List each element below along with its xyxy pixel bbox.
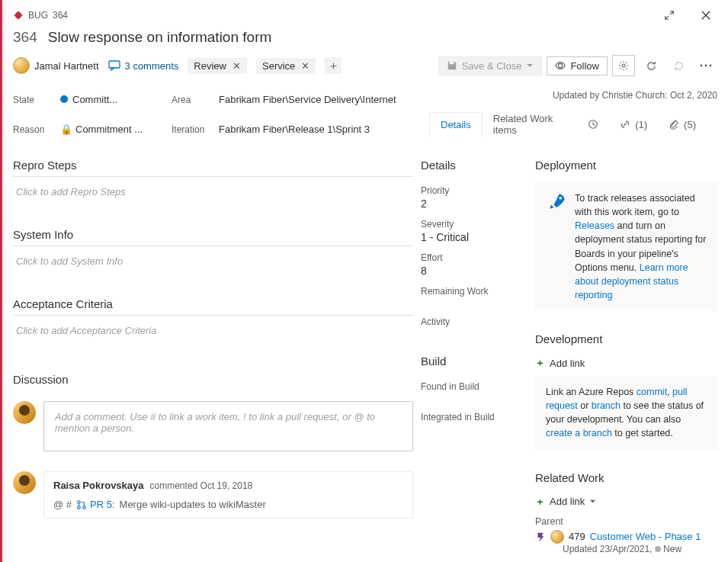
- svg-point-12: [83, 506, 86, 509]
- discussion-header: Discussion: [13, 362, 413, 390]
- work-item-title[interactable]: Slow response on information form: [48, 29, 272, 46]
- page-title: 364 Slow response on information form: [2, 26, 728, 52]
- state-label: State: [13, 95, 50, 105]
- rocket-icon: [546, 191, 567, 213]
- acceptance-criteria-input[interactable]: Click to add Acceptance Criteria: [13, 316, 413, 341]
- assignee-picker[interactable]: Jamal Hartnett: [13, 57, 99, 74]
- tab-attachments[interactable]: (5): [658, 113, 707, 136]
- severity-value[interactable]: 1 - Critical: [421, 230, 528, 243]
- deployment-info-panel: To track releases associated with this w…: [535, 182, 717, 311]
- svg-rect-3: [109, 61, 120, 68]
- system-info-input[interactable]: Click to add System Info: [13, 246, 413, 271]
- area-value[interactable]: Fabrikam Fiber\Service Delivery\Internet: [219, 94, 396, 105]
- close-icon[interactable]: [694, 5, 717, 26]
- comment-avatar: [13, 471, 36, 494]
- comment-item: Raisa Pokrovskaya commented Oct 19, 2018…: [13, 471, 413, 519]
- acceptance-criteria-header: Acceptance Criteria: [13, 287, 413, 316]
- tab-links[interactable]: (1): [609, 113, 658, 136]
- follow-button[interactable]: Follow: [547, 56, 608, 75]
- repro-steps-input[interactable]: Click to add Repro Steps: [13, 177, 413, 202]
- save-close-button: Save & Close: [438, 56, 543, 75]
- tag-remove-icon[interactable]: ✕: [301, 60, 309, 72]
- expand-icon[interactable]: [658, 5, 681, 26]
- current-user-avatar: [13, 401, 36, 424]
- plus-icon: ＋: [535, 495, 545, 509]
- iteration-value[interactable]: Fabrikam Fiber\Release 1\Sprint 3: [219, 124, 370, 135]
- parent-label: Parent: [535, 509, 717, 527]
- activity-label: Activity: [421, 297, 528, 327]
- priority-value[interactable]: 2: [421, 196, 528, 210]
- comment-author[interactable]: Raisa Pokrovskaya: [53, 480, 144, 491]
- state-dot-icon: [655, 546, 661, 552]
- tab-details[interactable]: Details: [429, 112, 483, 137]
- area-label: Area: [172, 95, 208, 105]
- assignee-name: Jamal Hartnett: [34, 60, 99, 72]
- comments-link[interactable]: 3 comments: [108, 60, 179, 72]
- tag-service[interactable]: Service ✕: [256, 58, 316, 74]
- chevron-down-icon: [589, 498, 596, 505]
- integrated-in-build-label: Integrated in Build: [421, 392, 528, 422]
- updated-by-text: Updated by Christie Church: Oct 2, 2020: [553, 87, 717, 101]
- breadcrumb-type: BUG: [28, 10, 48, 21]
- iteration-label: Iteration: [172, 124, 208, 135]
- build-header: Build: [421, 344, 528, 372]
- more-actions-icon[interactable]: [694, 55, 717, 76]
- svg-point-8: [710, 65, 712, 67]
- tag-remove-icon[interactable]: ✕: [233, 60, 241, 72]
- system-info-header: System Info: [13, 217, 413, 246]
- create-branch-link[interactable]: create a branch: [546, 428, 612, 438]
- details-header: Details: [421, 148, 528, 176]
- svg-point-4: [559, 63, 563, 67]
- reason-value[interactable]: 🔒Commitment ...: [60, 124, 143, 135]
- svg-point-5: [622, 64, 625, 67]
- parent-assignee-avatar: [550, 530, 564, 544]
- refresh-icon[interactable]: [640, 55, 662, 76]
- avatar: [13, 57, 30, 74]
- remaining-work-label: Remaining Work: [421, 277, 528, 297]
- breadcrumb: BUG 364: [13, 10, 68, 21]
- add-tag-button[interactable]: ＋: [325, 57, 342, 74]
- tag-review[interactable]: Review ✕: [188, 58, 247, 74]
- svg-point-7: [705, 65, 707, 67]
- svg-point-13: [560, 197, 563, 200]
- svg-point-10: [78, 500, 81, 503]
- tab-history[interactable]: [577, 113, 609, 136]
- svg-rect-2: [18, 11, 19, 20]
- undo-icon: [667, 55, 690, 76]
- settings-icon[interactable]: [612, 55, 635, 76]
- discussion-input[interactable]: Add a comment. Use # to link a work item…: [43, 401, 413, 451]
- work-item-id: 364: [13, 29, 37, 46]
- svg-point-6: [701, 65, 703, 67]
- related-work-header: Related Work: [535, 461, 717, 489]
- branch-link[interactable]: branch: [592, 400, 621, 411]
- deployment-header: Deployment: [535, 148, 717, 176]
- found-in-build-label: Found in Build: [421, 372, 528, 392]
- state-value[interactable]: Committ...: [60, 94, 117, 105]
- reason-label: Reason: [13, 124, 50, 135]
- related-add-link[interactable]: ＋ Add link: [535, 489, 596, 509]
- tab-related[interactable]: Related Work items: [483, 107, 577, 142]
- repro-steps-header: Repro Steps: [13, 148, 413, 177]
- lock-icon: 🔒: [60, 124, 72, 135]
- development-header: Development: [535, 322, 717, 350]
- bug-icon: [13, 10, 24, 21]
- releases-link[interactable]: Releases: [575, 220, 614, 231]
- pr-link[interactable]: PR 5:: [76, 499, 115, 510]
- parent-work-item[interactable]: 479 Customer Web - Phase 1: [535, 527, 717, 544]
- severity-label: Severity: [421, 210, 528, 230]
- epic-icon: [535, 531, 546, 542]
- breadcrumb-id: 364: [53, 10, 68, 21]
- effort-value[interactable]: 8: [421, 263, 528, 277]
- effort-label: Effort: [421, 243, 528, 263]
- development-info-panel: Link an Azure Repos commit, pull request…: [535, 376, 717, 450]
- parent-subtext: Updated 23/Apr/2021, New: [535, 544, 717, 554]
- priority-label: Priority: [421, 176, 528, 196]
- svg-point-11: [78, 506, 81, 509]
- commit-link[interactable]: commit: [637, 387, 667, 397]
- plus-icon: ＋: [535, 356, 545, 370]
- development-add-link[interactable]: ＋ Add link: [535, 350, 585, 370]
